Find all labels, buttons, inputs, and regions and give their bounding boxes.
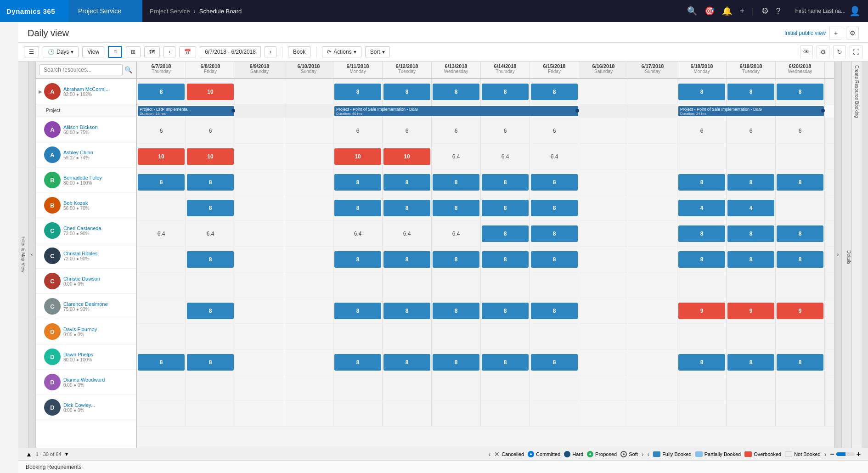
settings-icon2[interactable]: ⚙ [817, 45, 829, 58]
booking-block[interactable]: 8 [727, 174, 774, 191]
app-name[interactable]: Project Service [69, 0, 142, 22]
target-icon[interactable]: 🎯 [705, 6, 715, 16]
booking-block[interactable]: 8 [334, 200, 381, 216]
booking-block[interactable]: 8 [482, 354, 529, 371]
resource-row[interactable]: D Davis Flournoy 0:00 ● 0% [36, 319, 136, 344]
booking-block[interactable]: 8 [187, 251, 234, 268]
resource-row[interactable]: A Ashley Chinn 59:12 ● 74% [36, 142, 136, 168]
booking-block[interactable]: 8 [531, 225, 578, 242]
booking-block[interactable]: 8 [433, 251, 479, 268]
booking-block[interactable]: 8 [383, 251, 430, 268]
booking-block[interactable]: 8 [678, 84, 725, 100]
days-button[interactable]: 🕐 Days ▾ [43, 46, 79, 57]
bell-icon[interactable]: 🔔 [722, 6, 732, 16]
booking-block[interactable]: 8 [531, 354, 578, 371]
project-bar[interactable]: Project - Point of Sale Implementation -… [334, 106, 578, 116]
booking-block[interactable]: 9 [777, 303, 823, 319]
booking-block[interactable]: 8 [187, 354, 234, 371]
collapse-left-button[interactable]: ‹ [28, 62, 36, 448]
details-panel[interactable]: Details [841, 62, 851, 448]
next-date-button[interactable]: › [265, 46, 276, 57]
expand-icon[interactable]: ▶ [39, 89, 43, 94]
booking-block[interactable]: 8 [433, 303, 479, 319]
resource-row[interactable]: A Allison Dickson 60:00 ● 75% [36, 117, 136, 142]
booking-block[interactable]: 8 [531, 251, 578, 268]
booking-block[interactable]: 10 [187, 84, 234, 100]
view-button[interactable]: View [82, 46, 104, 57]
expand-bottom-button[interactable]: ▲ [26, 450, 32, 458]
calendar-icon-button[interactable]: 📅 [179, 46, 196, 57]
refresh-icon[interactable]: ↻ [833, 45, 846, 58]
create-resource-booking-panel[interactable]: Create Resource Booking [851, 62, 862, 448]
actions-button[interactable]: ⟳ Actions ▾ [322, 46, 361, 57]
booking-block[interactable]: 8 [187, 303, 234, 319]
booking-block[interactable]: 8 [777, 225, 823, 242]
menu-button[interactable]: ☰ [24, 46, 39, 57]
booking-block[interactable]: 8 [727, 354, 774, 371]
resource-row[interactable]: B Bernadette Foley 80:00 ● 100% [36, 168, 136, 193]
help-icon[interactable]: ? [776, 6, 781, 16]
booking-block[interactable]: 8 [727, 225, 774, 242]
legend-next2-button[interactable]: › [824, 450, 827, 458]
legend-next-button[interactable]: › [642, 450, 644, 458]
resource-row[interactable]: C Christal Robles 72:00 ● 90% [36, 243, 136, 269]
booking-block[interactable]: 9 [678, 303, 725, 319]
booking-block[interactable]: 8 [482, 251, 529, 268]
user-menu[interactable]: First name Last na... 👤 [788, 6, 868, 17]
booking-block[interactable]: 8 [678, 225, 725, 242]
booking-block[interactable]: 8 [678, 251, 725, 268]
booking-block[interactable]: 8 [531, 174, 578, 191]
booking-block[interactable]: 8 [678, 174, 725, 191]
booking-block[interactable]: 8 [334, 251, 381, 268]
map-view-button[interactable]: 🗺 [144, 46, 160, 57]
booking-block[interactable]: 10 [138, 148, 185, 165]
collapse-right-button[interactable]: › [834, 62, 841, 448]
booking-block[interactable]: 8 [777, 354, 823, 371]
resource-row[interactable]: D Dianna Woodward 0:00 ● 0% [36, 370, 136, 395]
grid-view-button[interactable]: ⊞ [126, 46, 141, 57]
booking-block[interactable]: 8 [433, 200, 479, 216]
eye-icon[interactable]: 👁 [800, 45, 813, 58]
header-settings-button[interactable]: ⚙ [846, 27, 859, 39]
booking-block[interactable]: 8 [678, 354, 725, 371]
search-input[interactable] [39, 64, 123, 75]
booking-block[interactable]: 9 [727, 303, 774, 319]
booking-block[interactable]: 8 [482, 303, 529, 319]
booking-block[interactable]: 8 [777, 251, 823, 268]
dynamics365-logo[interactable]: Dynamics 365 [0, 0, 69, 22]
booking-block[interactable]: 8 [482, 174, 529, 191]
booking-block[interactable]: 8 [383, 200, 430, 216]
booking-block[interactable]: 8 [433, 354, 479, 371]
filter-map-panel[interactable]: Filter & Map View [18, 62, 28, 448]
search-icon[interactable]: 🔍 [687, 6, 697, 16]
legend-prev-button[interactable]: ‹ [488, 450, 490, 458]
booking-block[interactable]: 8 [138, 174, 185, 191]
booking-block[interactable]: 4 [678, 200, 725, 216]
booking-block[interactable]: 8 [433, 174, 479, 191]
booking-block[interactable]: 8 [187, 174, 234, 191]
booking-block[interactable]: 8 [383, 303, 430, 319]
booking-block[interactable]: 8 [531, 303, 578, 319]
booking-block[interactable]: 8 [433, 84, 479, 100]
prev-date-button[interactable]: ‹ [163, 46, 175, 57]
booking-block[interactable]: 8 [482, 200, 529, 216]
booking-block[interactable]: 8 [334, 354, 381, 371]
search-button[interactable]: 🔍 [124, 66, 132, 73]
booking-block[interactable]: 8 [727, 84, 774, 100]
booking-block[interactable]: 8 [334, 174, 381, 191]
booking-block[interactable]: 8 [383, 174, 430, 191]
list-view-button[interactable]: ≡ [108, 46, 122, 58]
resource-row[interactable]: ▶ A Abraham McCormi... 82:00 ● 102% [36, 79, 136, 104]
booking-block[interactable]: 10 [187, 148, 234, 165]
resource-row[interactable]: C Christie Dawson 0:00 ● 0% [36, 269, 136, 294]
vertical-scrollbar[interactable] [862, 62, 868, 448]
add-view-button[interactable]: + [829, 27, 842, 39]
resource-row[interactable]: B Bob Kozak 56:00 ● 70% [36, 193, 136, 218]
booking-block[interactable]: 8 [383, 354, 430, 371]
zoom-slider[interactable] [836, 452, 855, 456]
booking-block[interactable]: 8 [334, 84, 381, 100]
booking-block[interactable]: 8 [777, 174, 823, 191]
book-button[interactable]: Book [288, 46, 310, 57]
booking-block[interactable]: 8 [531, 84, 578, 100]
pagination-expand-icon[interactable]: ▾ [65, 451, 68, 457]
